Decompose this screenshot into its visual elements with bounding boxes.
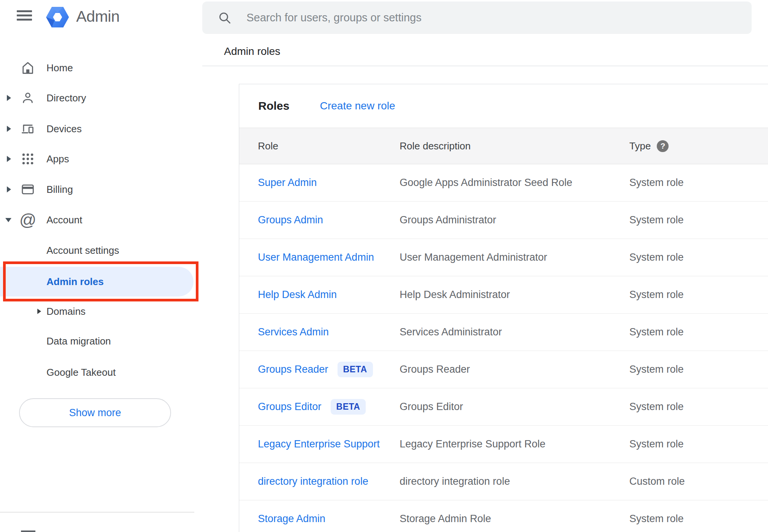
role-link[interactable]: User Management Admin (258, 252, 374, 263)
devices-icon (21, 122, 35, 136)
role-type: System role (629, 177, 768, 189)
role-description: User Management Administrator (400, 252, 629, 263)
beta-badge: BETA (331, 399, 366, 415)
sidebar-item-billing[interactable]: Billing (0, 174, 196, 205)
sidebar-item-account-settings[interactable]: Account settings (0, 235, 196, 266)
chevron-right-icon (7, 126, 11, 132)
sidebar-item-label: Data migration (46, 335, 111, 347)
apps-grid-icon (21, 152, 35, 166)
beta-badge: BETA (338, 362, 373, 377)
role-description: Groups Administrator (400, 214, 629, 226)
sidebar-item-label: Billing (46, 184, 73, 195)
sidebar-item-label: Directory (46, 92, 86, 104)
sidebar-item-label: Domains (46, 306, 86, 317)
sidebar-item-account[interactable]: @ Account (0, 205, 196, 235)
table-row: User Management Admin User Management Ad… (239, 239, 768, 276)
help-icon[interactable]: ? (657, 140, 669, 152)
role-type: System role (629, 438, 768, 450)
sidebar-item-directory[interactable]: Directory (0, 83, 196, 113)
show-more-button[interactable]: Show more (19, 398, 171, 427)
column-header-role: Role (239, 140, 400, 152)
header-divider (202, 66, 768, 66)
table-row: Groups Reader BETA Groups Reader System … (239, 351, 768, 388)
role-link[interactable]: directory integration role (258, 476, 368, 487)
sidebar-bottom-divider (0, 512, 194, 513)
role-link[interactable]: Groups Admin (258, 214, 323, 226)
role-type: System role (629, 252, 768, 263)
table-row: Help Desk Admin Help Desk Administrator … (239, 276, 768, 314)
home-icon (21, 61, 35, 75)
role-link[interactable]: Help Desk Admin (258, 289, 337, 301)
role-link[interactable]: Legacy Enterprise Support (258, 438, 380, 450)
sidebar: Admin Home Directory D (0, 0, 197, 532)
breadcrumb: Admin roles (224, 45, 280, 58)
role-description: directory integration role (400, 476, 629, 487)
sidebar-item-google-takeout[interactable]: Google Takeout (0, 357, 196, 388)
role-description: Groups Reader (400, 364, 629, 375)
role-description: Storage Admin Role (400, 513, 629, 525)
table-row: Groups Editor BETA Groups Editor System … (239, 388, 768, 426)
role-link[interactable]: Super Admin (258, 177, 317, 189)
role-type: System role (629, 513, 768, 525)
credit-card-icon (21, 182, 35, 197)
role-link[interactable]: Storage Admin (258, 513, 325, 525)
chevron-right-icon (37, 309, 41, 314)
table-header-row: Role Role description Type ? (239, 128, 768, 164)
menu-hamburger-icon[interactable] (17, 10, 32, 21)
roles-panel: Roles Create new role Role Role descript… (239, 84, 768, 532)
app-title: Admin (76, 8, 120, 26)
sidebar-item-label: Account settings (46, 245, 119, 256)
panel-title: Roles (258, 99, 290, 112)
table-row: Legacy Enterprise Support Legacy Enterpr… (239, 426, 768, 463)
table-row: Storage Admin Storage Admin Role System … (239, 500, 768, 532)
chevron-down-icon (5, 218, 11, 222)
create-new-role-link[interactable]: Create new role (320, 100, 395, 112)
table-row: directory integration role directory int… (239, 463, 768, 500)
sidebar-item-devices[interactable]: Devices (0, 114, 196, 144)
search-bar (202, 2, 752, 34)
role-description: Services Administrator (400, 326, 629, 338)
role-description: Legacy Enterprise Support Role (400, 438, 629, 450)
chevron-right-icon (7, 156, 11, 162)
column-header-type-label: Type (629, 140, 651, 152)
role-type: Custom role (629, 476, 768, 487)
person-icon (21, 91, 35, 105)
chevron-right-icon (7, 95, 11, 101)
role-link[interactable]: Groups Reader (258, 364, 328, 375)
chevron-right-icon (7, 186, 11, 192)
sidebar-item-data-migration[interactable]: Data migration (0, 326, 196, 356)
table-row: Super Admin Google Apps Administrator Se… (239, 164, 768, 202)
role-type: System role (629, 401, 768, 413)
role-link[interactable]: Services Admin (258, 326, 329, 338)
role-type: System role (629, 326, 768, 338)
role-type: System role (629, 289, 768, 301)
sidebar-item-home[interactable]: Home (0, 53, 196, 83)
sidebar-item-admin-roles-selected[interactable]: Admin roles (0, 267, 194, 296)
search-input[interactable] (202, 2, 752, 34)
at-sign-icon: @ (21, 213, 35, 227)
role-description: Groups Editor (400, 401, 629, 413)
role-type: System role (629, 214, 768, 226)
sidebar-item-label: Admin roles (46, 276, 104, 288)
table-row: Groups Admin Groups Administrator System… (239, 202, 768, 239)
sidebar-item-apps[interactable]: Apps (0, 144, 196, 174)
sidebar-item-label: Home (46, 62, 73, 74)
role-link[interactable]: Groups Editor (258, 401, 322, 413)
sidebar-item-label: Account (46, 214, 82, 226)
role-description: Google Apps Administrator Seed Role (400, 177, 629, 189)
sidebar-item-label: Google Takeout (46, 367, 116, 378)
column-header-type: Type ? (629, 140, 768, 152)
sidebar-item-label: Apps (46, 153, 69, 165)
admin-logo-icon (45, 5, 70, 29)
table-row: Services Admin Services Administrator Sy… (239, 314, 768, 351)
clipped-bottom-icon (21, 530, 35, 532)
column-header-description: Role description (400, 140, 629, 152)
sidebar-item-domains[interactable]: Domains (0, 296, 196, 327)
role-description: Help Desk Administrator (400, 289, 629, 301)
roles-panel-header: Roles Create new role (239, 84, 768, 128)
sidebar-item-label: Devices (46, 123, 82, 135)
role-type: System role (629, 364, 768, 375)
